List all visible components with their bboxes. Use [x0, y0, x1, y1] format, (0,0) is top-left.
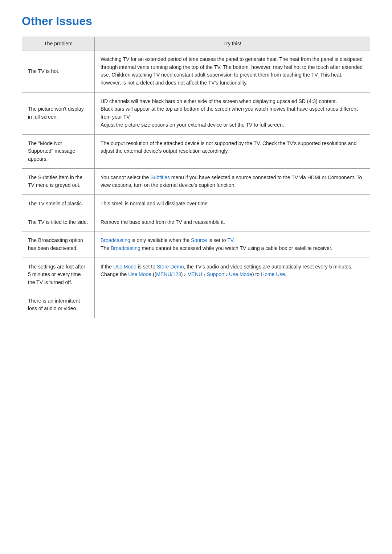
page-title: Other Issues [22, 15, 370, 28]
highlight-term: Use Mode [229, 271, 252, 277]
problem-cell: The Broadcasting option has been deactiv… [22, 231, 95, 258]
highlight-term: Broadcasting [101, 237, 130, 243]
solution-cell: You cannot select the Subtitles menu if … [95, 168, 370, 194]
problem-cell: The TV is hot. [22, 50, 95, 93]
highlight-term: Use Mode [128, 271, 151, 277]
highlight-term: Source [191, 237, 207, 243]
solution-cell: The output resolution of the attached de… [95, 134, 370, 168]
highlight-term: Broadcasting [111, 245, 140, 251]
col-solution-header: Try this! [95, 37, 370, 50]
table-row: There is an intermittent loss of audio o… [22, 292, 370, 318]
table-row: The settings are lost after 5 minutes or… [22, 258, 370, 292]
problem-cell: The TV is tilted to the side. [22, 213, 95, 231]
col-problem-header: The problem [22, 37, 95, 50]
table-row: The TV is tilted to the side.Remove the … [22, 213, 370, 231]
problem-cell: The Subtitles item in the TV menu is gre… [22, 168, 95, 194]
table-row: The TV smells of plastic.This smell is n… [22, 194, 370, 213]
highlight-term: MENU [187, 271, 202, 277]
highlight-term: Support [207, 271, 225, 277]
problem-cell: The settings are lost after 5 minutes or… [22, 258, 95, 292]
problem-cell: The TV smells of plastic. [22, 194, 95, 213]
solution-cell: If the Use Mode is set to Store Demo, th… [95, 258, 370, 292]
problem-cell: The picture won't display in full screen… [22, 92, 95, 134]
table-row: The Broadcasting option has been deactiv… [22, 231, 370, 258]
subtitles-link: Subtitles [150, 175, 170, 180]
solution-cell [95, 292, 370, 318]
table-row: The Subtitles item in the TV menu is gre… [22, 168, 370, 194]
problem-cell: The "Mode Not Supported" message appears… [22, 134, 95, 168]
table-row: The TV is hot.Watching TV for an extende… [22, 50, 370, 93]
solution-cell: HD channels will have black bars on eith… [95, 92, 370, 134]
solution-cell: Remove the base stand from the TV and re… [95, 213, 370, 231]
highlight-term: Home Use [261, 271, 285, 277]
highlight-term: Use Mode [113, 264, 136, 270]
highlight-term: TV [227, 237, 233, 243]
solution-cell: This smell is normal and will dissipate … [95, 194, 370, 213]
problem-cell: There is an intermittent loss of audio o… [22, 292, 95, 318]
table-row: The "Mode Not Supported" message appears… [22, 134, 370, 168]
solution-cell: Broadcasting is only available when the … [95, 231, 370, 258]
highlight-term: Store Demo [157, 264, 184, 270]
issues-table: The problem Try this! The TV is hot.Watc… [22, 37, 370, 318]
highlight-term: MENU/123 [156, 271, 181, 277]
table-row: The picture won't display in full screen… [22, 92, 370, 134]
solution-cell: Watching TV for an extended period of ti… [95, 50, 370, 93]
